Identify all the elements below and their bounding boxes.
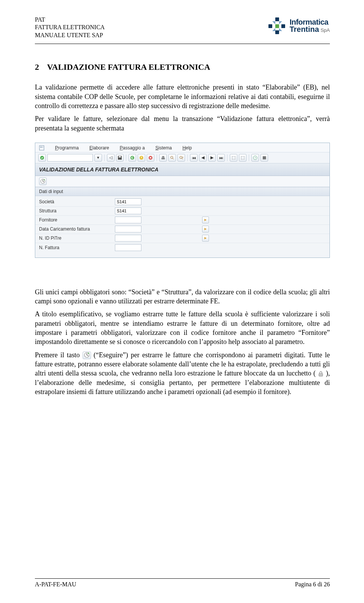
paragraph-4: A titolo esemplificativo, se vogliamo es… (35, 309, 330, 346)
logo-icon (267, 16, 287, 36)
sap-screen-title: VALIDAZIONE DELLA FATTURA ELETTRONICA (35, 163, 329, 176)
header-line-3: MANUALE UTENTE SAP (35, 31, 105, 39)
field-row-data-caricamento: Data Caricamento fattura (35, 225, 329, 234)
paragraph-2: Per validare le fatture, selezionare dal… (35, 114, 330, 133)
page-footer: A-PAT-FE-MAU Pagina 6 di 26 (35, 578, 330, 588)
last-page-icon[interactable]: ⏭ (217, 154, 225, 162)
dropdown-icon[interactable]: ▾ (94, 154, 102, 162)
logo-text: Informatica TrentinaSpA (290, 18, 330, 34)
exit-yellow-icon[interactable] (138, 154, 145, 162)
back-green-icon[interactable] (129, 154, 136, 162)
header-line-1: PAT (35, 16, 105, 24)
label-data-caricamento: Data Caricamento fattura (39, 226, 115, 232)
sap-panel-header: Dati di input (35, 187, 329, 196)
footer-divider (35, 578, 330, 579)
section-heading: 2 VALIDAZIONE FATTURA ELETTRONICA (35, 62, 330, 72)
field-row-struttura: Struttura (35, 207, 329, 216)
sap-window: Programma Elaborare Passaggio a Sistema … (35, 143, 330, 258)
tool-a-icon[interactable]: ⬚ (230, 154, 237, 162)
menu-help[interactable]: Help (182, 145, 192, 151)
multiselect-icon[interactable] (202, 226, 209, 232)
svg-rect-3 (275, 30, 279, 34)
paragraph-3: Gli unici campi obbligatori sono: “Socie… (35, 287, 330, 306)
svg-text:?: ? (254, 156, 256, 160)
svg-point-9 (130, 156, 134, 160)
header-divider (35, 44, 330, 44)
page-header: PAT FATTURA ELETTRONICA MANUALE UTENTE S… (35, 16, 330, 39)
label-id-pitre: N. ID PiTre (39, 236, 115, 241)
field-row-n-fattura: N. Fattura (35, 243, 329, 252)
find-next-icon[interactable] (177, 154, 185, 162)
menu-expand-icon[interactable] (39, 145, 44, 151)
footer-doc-id: A-PAT-FE-MAU (35, 581, 76, 588)
field-row-fornitore: Fornitore (35, 216, 329, 225)
footer-page-number: Pagina 6 di 26 (295, 581, 330, 588)
sap-menubar: Programma Elaborare Passaggio a Sistema … (35, 143, 329, 152)
input-n-fattura[interactable] (115, 244, 141, 251)
find-icon[interactable] (168, 154, 176, 162)
svg-point-19 (88, 352, 89, 354)
menu-sistema[interactable]: Sistema (155, 145, 172, 151)
paragraph-1: La validazione permette di accedere alle… (35, 83, 330, 110)
save-icon[interactable] (116, 154, 124, 162)
field-row-societa: Società (35, 198, 329, 207)
svg-point-17 (44, 179, 45, 180)
print-icon[interactable]: 🖶 (159, 154, 167, 162)
svg-rect-1 (268, 24, 272, 28)
lock-inline-icon (318, 370, 324, 376)
execute-inline-icon (83, 352, 91, 359)
tool-b-icon[interactable]: ⬚ (239, 154, 246, 162)
svg-rect-20 (319, 374, 323, 376)
multiselect-icon[interactable] (202, 235, 209, 242)
company-logo: Informatica TrentinaSpA (267, 16, 330, 36)
menu-elaborare[interactable]: Elaborare (89, 145, 109, 151)
back-icon[interactable]: ◁ (107, 154, 115, 162)
body-block-1: La validazione permette di accedere alle… (35, 83, 330, 132)
input-id-pitre[interactable] (115, 235, 141, 242)
body-block-2: Gli unici campi obbligatori sono: “Socie… (35, 287, 330, 396)
svg-rect-4 (275, 24, 279, 28)
section-number: 2 (35, 62, 40, 72)
input-fornitore[interactable] (115, 217, 141, 223)
sap-subtoolbar (35, 176, 329, 187)
input-societa[interactable] (115, 198, 141, 205)
sap-toolbar: ▾ ◁ 🖶 ⏮ ◀ ▶ ⏭ ⬚ ⬚ ? ▦ (35, 152, 329, 163)
enter-icon[interactable] (38, 154, 46, 162)
doc-header-text: PAT FATTURA ELETTRONICA MANUALE UTENTE S… (35, 16, 105, 39)
svg-rect-8 (119, 156, 121, 157)
input-struttura[interactable] (115, 207, 141, 214)
input-data-caricamento[interactable] (115, 226, 141, 232)
label-societa: Società (39, 199, 115, 204)
multiselect-icon[interactable] (202, 217, 209, 223)
layout-icon[interactable]: ▦ (260, 154, 268, 162)
svg-rect-5 (39, 146, 44, 150)
label-n-fattura: N. Fattura (39, 245, 115, 250)
field-row-id-pitre: N. ID PiTre (35, 234, 329, 243)
next-page-icon[interactable]: ▶ (208, 154, 216, 162)
section-title-text: VALIDAZIONE FATTURA ELETTRONICA (47, 62, 210, 72)
sap-form: Società Struttura Fornitore Data Caricam… (35, 196, 329, 258)
help-icon[interactable]: ? (251, 154, 259, 162)
menu-programma[interactable]: Programma (55, 145, 79, 151)
svg-rect-0 (275, 17, 279, 21)
svg-rect-2 (281, 24, 285, 28)
logo-line-2: TrentinaSpA (290, 25, 330, 34)
first-page-icon[interactable]: ⏮ (190, 154, 198, 162)
p5-part-a: Premere il tasto (35, 351, 83, 359)
header-line-2: FATTURA ELETTRONICA (35, 24, 105, 31)
prev-page-icon[interactable]: ◀ (199, 154, 207, 162)
execute-icon[interactable] (39, 177, 47, 185)
paragraph-5: Premere il tasto (“Eseguire”) per estrar… (35, 350, 330, 396)
label-struttura: Struttura (39, 208, 115, 214)
cancel-red-icon[interactable] (147, 154, 154, 162)
command-field[interactable] (47, 154, 93, 162)
menu-passaggio-a[interactable]: Passaggio a (120, 145, 145, 151)
label-fornitore: Fornitore (39, 217, 115, 223)
